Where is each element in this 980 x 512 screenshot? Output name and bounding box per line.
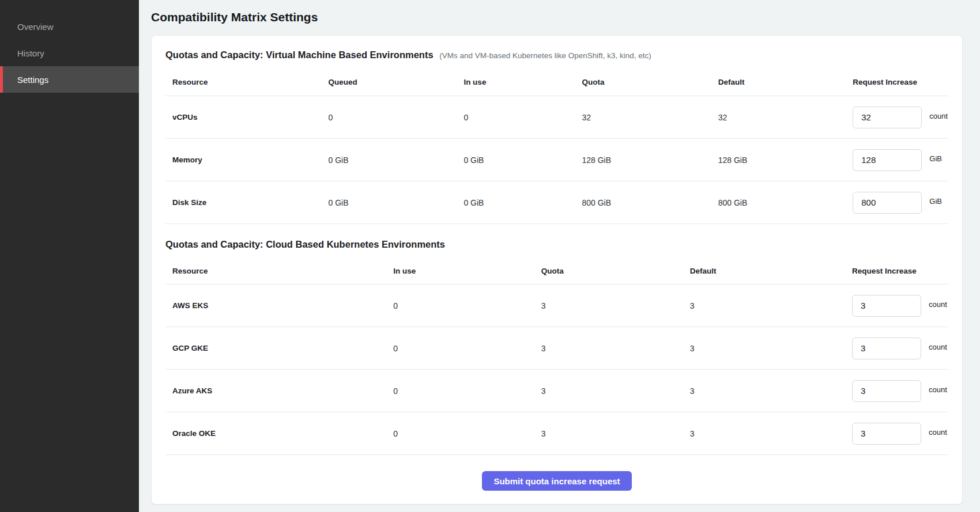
column-header: In use <box>463 78 582 86</box>
cell-default: 32 <box>718 113 853 122</box>
vm-table-header: ResourceQueuedIn useQuotaDefaultRequest … <box>165 69 948 96</box>
vm-section-subtitle: (VMs and VM-based Kubernetes like OpenSh… <box>439 51 651 60</box>
cell-queued: 0 GiB <box>328 156 463 165</box>
submit-quota-request-button[interactable]: Submit quota increase request <box>482 471 631 491</box>
sidebar: Overview History Settings <box>0 0 139 512</box>
sidebar-item-history[interactable]: History <box>0 40 139 66</box>
unit-label: GiB <box>929 154 942 163</box>
sidebar-item-overview[interactable]: Overview <box>0 13 139 40</box>
request-increase-cell: count <box>852 337 948 359</box>
resource-name: Memory <box>165 156 328 164</box>
cell-in_use: 0 <box>393 301 541 310</box>
unit-label: count <box>929 112 948 120</box>
unit-label: GiB <box>929 197 942 206</box>
cell-default: 3 <box>690 429 852 438</box>
table-row: GCP GKE033count <box>165 327 948 370</box>
cell-quota: 32 <box>582 113 718 122</box>
request-increase-cell: count <box>853 107 948 128</box>
cell-default: 3 <box>690 301 852 310</box>
cell-queued: 0 GiB <box>328 198 463 207</box>
column-header: Default <box>718 78 853 86</box>
unit-label: count <box>929 300 947 309</box>
column-header: Resource <box>165 78 328 86</box>
table-row: Oracle OKE033count <box>165 412 948 455</box>
resource-name: Disk Size <box>165 198 328 207</box>
request-increase-input[interactable] <box>852 337 921 359</box>
column-header: Default <box>690 267 852 275</box>
unit-label: count <box>929 385 947 394</box>
active-indicator <box>0 66 3 93</box>
cell-quota: 3 <box>541 386 690 396</box>
submit-button-row: Submit quota increase request <box>165 471 948 491</box>
request-increase-cell: count <box>852 295 948 317</box>
cell-default: 128 GiB <box>718 156 853 165</box>
resource-name: AWS EKS <box>165 301 393 310</box>
column-header: Resource <box>165 267 393 275</box>
request-increase-cell: GiB <box>853 192 948 214</box>
table-row: AWS EKS033count <box>165 285 948 327</box>
settings-card: Quotas and Capacity: Virtual Machine Bas… <box>151 35 963 505</box>
request-increase-cell: count <box>852 423 948 445</box>
column-header: Quota <box>582 78 718 86</box>
table-row: vCPUs003232count <box>165 96 948 139</box>
page-title: Compatibility Matrix Settings <box>151 10 963 24</box>
table-row: Memory0 GiB0 GiB128 GiB128 GiBGiB <box>165 139 948 181</box>
cell-in_use: 0 GiB <box>463 156 582 165</box>
cloud-table-header: ResourceIn useQuotaDefaultRequest Increa… <box>165 258 948 285</box>
request-increase-input[interactable] <box>853 149 922 171</box>
request-increase-input[interactable] <box>852 295 921 317</box>
cell-quota: 128 GiB <box>582 156 718 165</box>
request-increase-input[interactable] <box>852 423 921 445</box>
request-increase-cell: GiB <box>853 149 948 171</box>
table-row: Disk Size0 GiB0 GiB800 GiB800 GiBGiB <box>165 181 948 224</box>
cell-quota: 800 GiB <box>582 198 718 207</box>
cell-in_use: 0 <box>393 386 541 396</box>
request-increase-input[interactable] <box>853 192 922 214</box>
vm-table-body: vCPUs003232countMemory0 GiB0 GiB128 GiB1… <box>165 96 948 224</box>
resource-name: Azure AKS <box>165 386 393 395</box>
cell-in_use: 0 <box>393 344 541 353</box>
sidebar-item-label: Overview <box>17 22 54 32</box>
cell-in_use: 0 GiB <box>463 198 582 207</box>
cloud-section-title: Quotas and Capacity: Cloud Based Kuberne… <box>165 239 445 249</box>
column-header: Request Increase <box>853 78 948 86</box>
resource-name: Oracle OKE <box>165 429 393 438</box>
vm-section-title: Quotas and Capacity: Virtual Machine Bas… <box>165 50 434 60</box>
request-increase-input[interactable] <box>852 380 921 402</box>
cell-default: 3 <box>690 386 852 396</box>
cloud-table-body: AWS EKS033countGCP GKE033countAzure AKS0… <box>165 285 948 455</box>
table-row: Azure AKS033count <box>165 370 948 412</box>
column-header: Queued <box>328 78 463 86</box>
request-increase-cell: count <box>852 380 948 402</box>
cell-quota: 3 <box>541 344 690 353</box>
sidebar-item-settings[interactable]: Settings <box>0 66 139 93</box>
main-content: Compatibility Matrix Settings Quotas and… <box>139 0 980 512</box>
cell-default: 3 <box>690 344 852 353</box>
vm-table: ResourceQueuedIn useQuotaDefaultRequest … <box>165 69 948 224</box>
cell-in_use: 0 <box>393 429 541 438</box>
unit-label: count <box>929 428 947 437</box>
unit-label: count <box>929 343 947 351</box>
cloud-section-heading: Quotas and Capacity: Cloud Based Kuberne… <box>165 239 948 250</box>
request-increase-input[interactable] <box>853 107 922 128</box>
column-header: In use <box>393 267 541 275</box>
cell-in_use: 0 <box>463 113 582 122</box>
resource-name: GCP GKE <box>165 344 393 352</box>
sidebar-item-label: Settings <box>17 75 48 85</box>
sidebar-item-label: History <box>17 48 44 58</box>
column-header: Quota <box>541 267 690 275</box>
cell-default: 800 GiB <box>718 198 853 207</box>
vm-section-heading: Quotas and Capacity: Virtual Machine Bas… <box>165 50 948 60</box>
cell-quota: 3 <box>541 429 690 438</box>
resource-name: vCPUs <box>165 113 328 122</box>
cloud-table: ResourceIn useQuotaDefaultRequest Increa… <box>165 258 948 455</box>
cell-queued: 0 <box>328 113 463 122</box>
cell-quota: 3 <box>541 301 690 310</box>
column-header: Request Increase <box>852 267 948 275</box>
